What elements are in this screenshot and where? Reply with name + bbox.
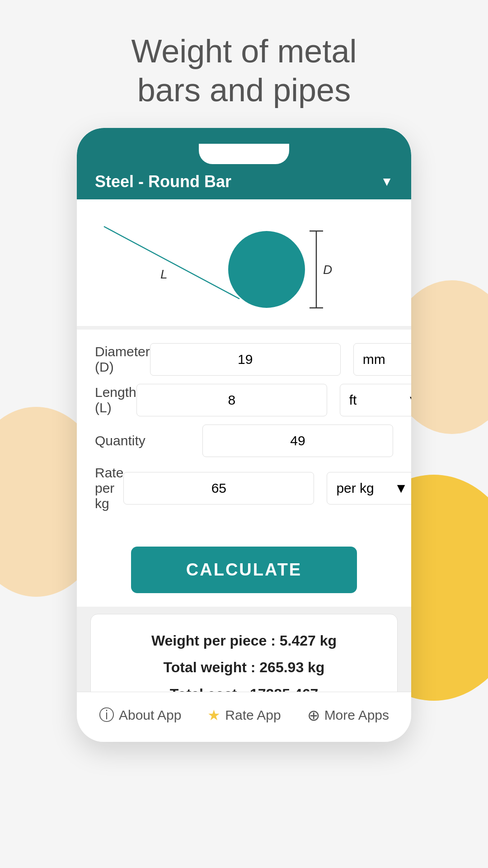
header-dropdown-arrow[interactable]: ▼ xyxy=(380,175,393,189)
app-header[interactable]: Steel - Round Bar ▼ xyxy=(77,164,411,199)
bottom-nav: ⓘ About App ★ Rate App ⊕ More Apps xyxy=(77,692,411,742)
rate-app-label: Rate App xyxy=(225,708,281,723)
length-unit-dropdown[interactable]: ft ▼ xyxy=(340,384,411,416)
rate-unit-arrow: ▼ xyxy=(394,481,408,496)
svg-point-3 xyxy=(228,231,305,308)
length-input-group: ft ▼ xyxy=(136,384,411,416)
rate-input[interactable] xyxy=(123,472,314,505)
rate-unit-value: per kg xyxy=(336,481,374,496)
more-apps-button[interactable]: ⊕ More Apps xyxy=(307,706,389,724)
page-title: Weight of metal bars and pipes xyxy=(0,0,488,128)
rate-input-group: per kg ▼ xyxy=(123,472,411,505)
diagram-area: L D xyxy=(77,199,411,326)
rate-app-button[interactable]: ★ Rate App xyxy=(207,707,281,724)
phone-notch xyxy=(199,144,289,164)
svg-text:D: D xyxy=(323,263,332,277)
calculate-button[interactable]: CALCULATE xyxy=(131,547,357,593)
star-icon: ★ xyxy=(207,707,221,724)
total-weight-result: Total weight : 265.93 kg xyxy=(109,659,379,676)
calculate-button-wrapper: CALCULATE xyxy=(77,533,411,607)
rate-unit-dropdown[interactable]: per kg ▼ xyxy=(327,472,411,505)
diameter-input-group: mm ▼ xyxy=(150,343,411,376)
round-bar-diagram: L D xyxy=(77,199,411,326)
length-input[interactable] xyxy=(136,384,327,416)
diameter-unit-dropdown[interactable]: mm ▼ xyxy=(353,343,411,376)
rate-row: Rate per kg per kg ▼ xyxy=(95,465,393,511)
plus-circle-icon: ⊕ xyxy=(307,706,320,724)
material-type-selector[interactable]: Steel - Round Bar xyxy=(95,172,231,191)
length-label: Length (L) xyxy=(95,385,136,415)
more-apps-label: More Apps xyxy=(324,708,389,723)
quantity-input[interactable] xyxy=(202,425,393,457)
about-app-label: About App xyxy=(119,708,181,723)
weight-per-piece-result: Weight per piece : 5.427 kg xyxy=(109,632,379,649)
form-area: Diameter (D) mm ▼ Length (L) ft ▼ xyxy=(77,330,411,533)
diameter-input[interactable] xyxy=(150,343,341,376)
quantity-row: Quantity xyxy=(95,425,393,457)
svg-text:L: L xyxy=(160,267,168,281)
diameter-label: Diameter (D) xyxy=(95,344,150,375)
about-app-button[interactable]: ⓘ About App xyxy=(99,705,181,726)
phone-notch-area xyxy=(77,128,411,164)
length-unit-arrow: ▼ xyxy=(407,392,411,408)
diameter-unit-value: mm xyxy=(363,352,385,367)
rate-label: Rate per kg xyxy=(95,465,123,511)
app-content: L D Diameter (D) mm ▼ xyxy=(77,199,411,742)
length-unit-value: ft xyxy=(349,392,357,408)
phone-mockup: Steel - Round Bar ▼ L D xyxy=(77,128,411,742)
diameter-row: Diameter (D) mm ▼ xyxy=(95,343,393,376)
length-row: Length (L) ft ▼ xyxy=(95,384,393,416)
info-icon: ⓘ xyxy=(99,705,114,726)
quantity-label: Quantity xyxy=(95,433,202,448)
